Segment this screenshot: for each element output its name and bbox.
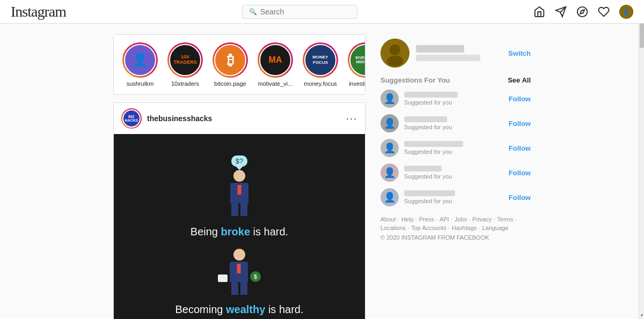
sugg-username-blur xyxy=(404,141,463,147)
suggestion-info: 👤 Suggested for you xyxy=(380,188,455,206)
profile-avatar[interactable]: 👤 xyxy=(619,5,633,19)
story-item[interactable]: ₿ bitcoin.page xyxy=(213,42,248,87)
footer-api[interactable]: API xyxy=(440,216,452,222)
suggestion-text: Suggested for you xyxy=(404,116,452,130)
stories-container: 👤 sushrutkm 10XTRADERS 10xtraders ₿ xyxy=(113,34,365,95)
see-all-button[interactable]: See All xyxy=(508,76,531,84)
post-user: BIZHACKS thebusinesshacks xyxy=(121,108,212,129)
person2-leg-left xyxy=(231,282,238,295)
switch-button[interactable]: Switch xyxy=(508,49,531,57)
suggestion-avatar[interactable]: 👤 xyxy=(380,164,399,182)
sugg-sub: Suggested for you xyxy=(404,124,452,130)
follow-button[interactable]: Follow xyxy=(509,144,531,152)
story-avatar: MA xyxy=(259,44,291,76)
follow-button[interactable]: Follow xyxy=(509,194,531,202)
footer-privacy[interactable]: Privacy xyxy=(472,216,495,222)
suggestion-text: Suggested for you xyxy=(404,190,455,204)
follow-button[interactable]: Follow xyxy=(509,169,531,177)
suggestion-row: 👤 Suggested for you Follow xyxy=(380,139,531,157)
story-avatar: MONEYFOCUS xyxy=(304,44,336,76)
search-icon: 🔍 xyxy=(249,8,257,16)
svg-point-2 xyxy=(577,6,587,16)
person2-body xyxy=(230,262,248,282)
svg-point-7 xyxy=(390,44,400,55)
person1-legs xyxy=(231,203,247,216)
footer-help[interactable]: Help xyxy=(401,216,417,222)
suggestion-avatar[interactable]: 👤 xyxy=(380,188,399,206)
story-item[interactable]: MONEYFOCUS money.focus xyxy=(303,42,338,87)
svg-text:👤: 👤 xyxy=(623,9,630,16)
story-avatar: ₿ xyxy=(214,44,246,76)
wealthy-figure-section: $ xyxy=(218,249,261,295)
suggestion-avatar[interactable]: 👤 xyxy=(380,139,399,157)
story-avatar: INVESTINGMENTORS xyxy=(349,44,365,76)
footer-locations[interactable]: Locations xyxy=(380,225,409,231)
heart-icon[interactable] xyxy=(598,6,610,18)
caption-prefix-2: Becoming xyxy=(175,303,226,315)
post-more-button[interactable]: ··· xyxy=(346,113,357,124)
sidebar-username xyxy=(416,45,464,53)
story-label: motivate_vi... xyxy=(258,80,293,87)
footer-press[interactable]: Press xyxy=(419,216,437,222)
sugg-sub: Suggested for you xyxy=(404,198,455,204)
sidebar-user-row: Switch xyxy=(380,39,531,68)
suggestion-info: 👤 Suggested for you xyxy=(380,164,452,182)
scroll-down-button[interactable]: ▼ xyxy=(639,313,644,318)
instagram-logo[interactable]: Instagram xyxy=(11,3,66,20)
footer-hashtags[interactable]: Hashtags xyxy=(452,225,480,231)
caption-suffix-1: is hard. xyxy=(250,226,288,238)
person1-head xyxy=(233,170,245,182)
story-avatar-wrap: ₿ xyxy=(213,42,248,78)
footer-top-accounts[interactable]: Top Accounts xyxy=(411,225,450,231)
sugg-sub: Suggested for you xyxy=(404,149,463,155)
person1-leg-left xyxy=(231,203,238,216)
footer-about[interactable]: About xyxy=(380,216,399,222)
svg-point-8 xyxy=(387,56,403,66)
sidebar-avatar[interactable] xyxy=(380,39,409,68)
story-avatar-wrap: MONEYFOCUS xyxy=(303,42,338,78)
footer-links: About Help Press API Jobs Privacy Terms … xyxy=(380,216,531,231)
post-header: BIZHACKS thebusinesshacks ··· xyxy=(114,103,365,134)
suggestion-avatar[interactable]: 👤 xyxy=(380,90,399,108)
story-item[interactable]: 10XTRADERS 10xtraders xyxy=(167,42,203,87)
post-image: $? xyxy=(114,134,365,319)
person2-body-row: $ xyxy=(218,262,261,282)
suggestion-text: Suggested for you xyxy=(404,92,458,106)
person2-tie xyxy=(237,264,241,273)
footer-copyright: © 2020 INSTAGRAM FROM FACEBOOK xyxy=(380,234,531,241)
briefcase-icon xyxy=(218,275,228,282)
story-item[interactable]: INVESTINGMENTORS investingm... xyxy=(348,42,365,87)
post-avatar[interactable]: BIZHACKS xyxy=(121,108,142,129)
suggestions-header: Suggestions For You See All xyxy=(380,76,531,84)
send-icon[interactable] xyxy=(555,6,567,18)
story-label: investingm... xyxy=(349,80,365,87)
home-icon[interactable] xyxy=(533,6,545,18)
sugg-username-blur xyxy=(404,166,442,172)
footer-language[interactable]: Language xyxy=(482,225,508,231)
story-item[interactable]: MA motivate_vi... xyxy=(258,42,293,87)
suggestion-row: 👤 Suggested for you Follow xyxy=(380,114,531,132)
sugg-username-blur xyxy=(404,92,458,98)
story-item[interactable]: 👤 sushrutkm xyxy=(122,42,158,87)
search-input[interactable] xyxy=(260,8,350,16)
speech-bubble-text: $? xyxy=(236,157,243,165)
footer-jobs[interactable]: Jobs xyxy=(455,216,470,222)
explore-icon[interactable] xyxy=(576,6,588,18)
sugg-sub: Suggested for you xyxy=(404,173,452,180)
nav-icons: 👤 xyxy=(533,5,633,19)
post-image-content: $? xyxy=(114,134,365,319)
suggestion-info: 👤 Suggested for you xyxy=(380,139,463,157)
suggestion-avatar[interactable]: 👤 xyxy=(380,114,399,132)
post-username[interactable]: thebusinesshacks xyxy=(147,114,212,123)
footer-terms[interactable]: Terms xyxy=(497,216,516,222)
wealthy-figure: $ xyxy=(218,249,261,295)
story-avatar: 10XTRADERS xyxy=(169,44,201,76)
follow-button[interactable]: Follow xyxy=(509,120,531,128)
suggestion-row: 👤 Suggested for you Follow xyxy=(380,164,531,182)
sugg-username-blur xyxy=(404,190,455,196)
sidebar-user-info xyxy=(380,39,480,68)
story-label: sushrutkm xyxy=(127,80,154,87)
money-bag-icon: $ xyxy=(250,271,261,282)
follow-button[interactable]: Follow xyxy=(509,95,531,103)
caption-prefix-1: Being xyxy=(191,226,221,238)
